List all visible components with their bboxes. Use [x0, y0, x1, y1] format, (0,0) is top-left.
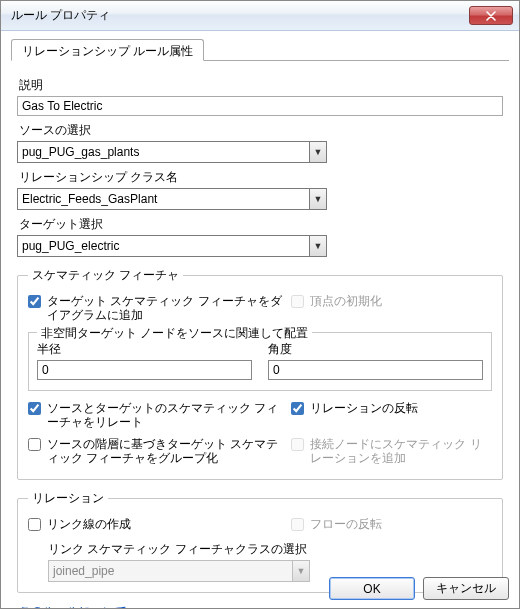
target-combo-value: pug_PUG_electric — [18, 239, 309, 253]
linkclass-combo-value: joined_pipe — [49, 564, 292, 578]
relclass-combo-value: Electric_Feeds_GasPlant — [18, 192, 309, 206]
init-vertex-checkbox: 頂点の初期化 — [291, 294, 492, 308]
relclass-label: リレーションシップ クラス名 — [19, 169, 503, 186]
linkclass-label: リンク スケマティック フィーチャクラスの選択 — [48, 541, 492, 558]
target-label: ターゲット選択 — [19, 216, 503, 233]
about-rule-link[interactable]: このルールについて — [19, 603, 127, 609]
client-area: リレーションシップ ルール属性 説明 ソースの選択 pug_PUG_gas_pl… — [1, 31, 519, 608]
reverse-relation-checkbox-input[interactable] — [291, 402, 304, 415]
window-title: ルール プロパティ — [11, 7, 469, 24]
close-icon — [486, 11, 496, 21]
group-by-source-label: ソースの階層に基づきターゲット スケマティック フィーチャをグループ化 — [47, 437, 283, 465]
radius-input[interactable] — [37, 360, 252, 380]
init-vertex-label: 頂点の初期化 — [310, 294, 382, 308]
placement-sublegend: 非空間ターゲット ノードをソースに関連して配置 — [37, 325, 312, 342]
reverse-flow-checkbox: フローの反転 — [291, 517, 492, 531]
add-conn-node-checkbox-input — [291, 438, 304, 451]
init-vertex-checkbox-input — [291, 295, 304, 308]
relate-checkbox-input[interactable] — [28, 402, 41, 415]
linkclass-combo: joined_pipe ▼ — [48, 560, 310, 582]
relation-legend: リレーション — [28, 490, 108, 507]
relate-checkbox[interactable]: ソースとターゲットのスケマティック フィーチャをリレート — [28, 401, 283, 429]
chevron-down-icon: ▼ — [309, 189, 326, 209]
add-conn-node-checkbox: 接続ノードにスケマティック リレーションを追加 — [291, 437, 492, 465]
chevron-down-icon: ▼ — [309, 142, 326, 162]
reverse-relation-checkbox[interactable]: リレーションの反転 — [291, 401, 492, 415]
close-button[interactable] — [469, 6, 513, 25]
tab-label: リレーションシップ ルール属性 — [22, 44, 193, 58]
add-target-label: ターゲット スケマティック フィーチャをダイアグラムに追加 — [47, 294, 283, 322]
tab-relationship-rule-attrs[interactable]: リレーションシップ ルール属性 — [11, 39, 204, 61]
angle-label: 角度 — [268, 341, 483, 358]
chevron-down-icon: ▼ — [292, 561, 309, 581]
description-label: 説明 — [19, 77, 503, 94]
relate-label: ソースとターゲットのスケマティック フィーチャをリレート — [47, 401, 283, 429]
chevron-down-icon: ▼ — [309, 236, 326, 256]
reverse-flow-checkbox-input — [291, 518, 304, 531]
source-combo[interactable]: pug_PUG_gas_plants ▼ — [17, 141, 327, 163]
footer-buttons: OK キャンセル — [329, 577, 509, 600]
schematic-features-group: スケマティック フィーチャ ターゲット スケマティック フィーチャをダイアグラム… — [17, 267, 503, 480]
cancel-button[interactable]: キャンセル — [423, 577, 509, 600]
group-by-source-checkbox-input[interactable] — [28, 438, 41, 451]
ok-button[interactable]: OK — [329, 577, 415, 600]
radius-label: 半径 — [37, 341, 252, 358]
placement-subgroup: 非空間ターゲット ノードをソースに関連して配置 半径 角度 — [28, 332, 492, 391]
description-input[interactable] — [17, 96, 503, 116]
source-label: ソースの選択 — [19, 122, 503, 139]
titlebar: ルール プロパティ — [1, 1, 519, 31]
angle-input[interactable] — [268, 360, 483, 380]
schematic-legend: スケマティック フィーチャ — [28, 267, 183, 284]
group-by-source-checkbox[interactable]: ソースの階層に基づきターゲット スケマティック フィーチャをグループ化 — [28, 437, 283, 465]
target-combo[interactable]: pug_PUG_electric ▼ — [17, 235, 327, 257]
reverse-flow-label: フローの反転 — [310, 517, 382, 531]
add-target-checkbox[interactable]: ターゲット スケマティック フィーチャをダイアグラムに追加 — [28, 294, 283, 322]
make-link-checkbox-input[interactable] — [28, 518, 41, 531]
relclass-combo[interactable]: Electric_Feeds_GasPlant ▼ — [17, 188, 327, 210]
tabstrip: リレーションシップ ルール属性 — [11, 39, 509, 61]
reverse-relation-label: リレーションの反転 — [310, 401, 418, 415]
make-link-label: リンク線の作成 — [47, 517, 131, 531]
source-combo-value: pug_PUG_gas_plants — [18, 145, 309, 159]
make-link-checkbox[interactable]: リンク線の作成 — [28, 517, 283, 531]
tab-page: 説明 ソースの選択 pug_PUG_gas_plants ▼ リレーションシップ… — [11, 65, 509, 609]
add-conn-node-label: 接続ノードにスケマティック リレーションを追加 — [310, 437, 492, 465]
add-target-checkbox-input[interactable] — [28, 295, 41, 308]
